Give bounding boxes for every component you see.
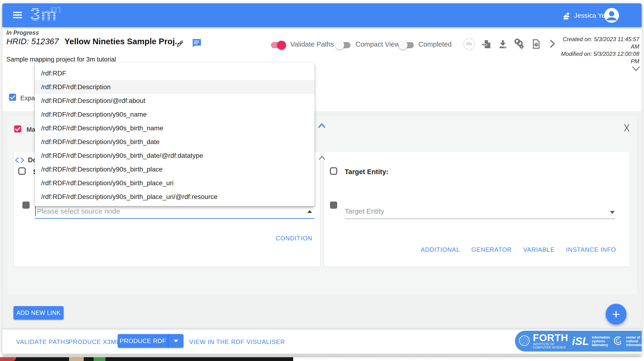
mapping-checkbox[interactable] <box>14 125 21 133</box>
background-fragment-tan <box>69 357 84 361</box>
close-mapping-icon[interactable] <box>623 124 631 133</box>
download-icon[interactable] <box>498 39 508 50</box>
menu-item[interactable]: /rdf:RDF/rdf:Description/y90s_birth_plac… <box>35 163 314 176</box>
target-row-checkbox[interactable] <box>330 202 337 209</box>
menu-item[interactable]: /rdf:RDF/rdf:Description/y90s_name <box>35 108 314 121</box>
forth-subtitle: INSTITUTE OF COMPUTER SCIENCE <box>533 342 568 349</box>
menu-item[interactable]: /rdf:RDF/rdf:Description/y90s_birth_date… <box>35 149 314 163</box>
document-settings-icon[interactable] <box>531 39 542 50</box>
app-header-bar <box>2 3 642 27</box>
source-node-menu-items: /rdf:RDF/rdf:RDF/rdf:Description/rdf:RDF… <box>35 67 314 206</box>
toggle-label: Completed <box>418 41 452 48</box>
target-entity-underline <box>345 219 615 219</box>
chevron-down-icon[interactable] <box>632 66 640 73</box>
window-bottom-fade <box>2 354 642 357</box>
toggle-track[interactable] <box>271 42 286 48</box>
menu-item[interactable]: /rdf:RDF/rdf:Description <box>35 80 314 94</box>
menu-hamburger-icon[interactable] <box>13 12 22 19</box>
background-fragment-red <box>0 357 16 361</box>
produce-rdf-split-button[interactable]: PRODUCE RDF <box>118 334 184 348</box>
cci-logo-icon <box>613 335 623 347</box>
target-entity-checkbox[interactable] <box>330 167 337 175</box>
project-description: Sample mapping project for 3m tutorial <box>6 56 116 63</box>
dropdown-collapse-arrow-icon[interactable] <box>307 210 312 213</box>
arrow-down-icon <box>174 340 178 342</box>
select-arrow-down-icon[interactable] <box>610 211 615 214</box>
produce-rdf-dropdown-arrow[interactable] <box>168 334 184 348</box>
menu-item-clipped[interactable]: /rdf:RDF/rdf:Description/y90s_death_date <box>35 204 314 206</box>
add-new-link-button[interactable]: ADD NEW LINK <box>14 306 64 320</box>
menu-item[interactable]: /rdf:RDF/rdf:Description/@rdf:about <box>35 94 314 108</box>
instance-info-button[interactable]: INSTANCE INFO <box>566 246 616 253</box>
toggle-track[interactable] <box>399 42 414 48</box>
source-row-checkbox[interactable] <box>22 202 30 209</box>
expand-all-checkbox[interactable] <box>9 94 16 101</box>
menu-item[interactable]: /rdf:RDF/rdf:Description/y90s_birth_plac… <box>35 176 314 190</box>
completion-percent: 0% <box>466 42 472 46</box>
project-status: In Progress <box>6 29 39 36</box>
user-name: Jessica Ye <box>574 12 605 20</box>
link-generator-icon[interactable] <box>514 38 525 50</box>
expand-all-label: Expa <box>20 95 35 102</box>
toggle-label: Validate Paths <box>290 41 334 48</box>
modified-on: Modified on: 5/3/2023 12:00:08 PM <box>556 50 639 65</box>
background-window-strip <box>12 357 293 361</box>
forth-seal-icon <box>519 335 530 347</box>
source-node-menu: /rdf:RDF/rdf:RDF/rdf:Description/rdf:RDF… <box>35 63 314 206</box>
target-entity-select[interactable]: Target Entity <box>345 207 384 215</box>
produce-x3ml-button[interactable]: PRODUCE X3ML <box>68 338 120 346</box>
condition-button[interactable]: CONDITION <box>276 235 312 242</box>
target-entity-label: Target Entity: <box>345 168 388 176</box>
forth-wordmark: FORTH INSTITUTE OF COMPUTER SCIENCE <box>533 333 568 349</box>
forth-name: FORTH <box>533 333 568 342</box>
app-logo-ghost-m: m <box>50 2 62 16</box>
avatar[interactable] <box>604 8 619 23</box>
validate-paths-button[interactable]: VALIDATE PATHS <box>16 338 70 346</box>
cci-caption: center of cultural informatics <box>626 335 644 347</box>
collapse-mapping-chevron-up-icon[interactable] <box>318 123 326 130</box>
mapping-label: Ma <box>26 126 36 133</box>
add-mapping-fab[interactable]: + <box>606 304 626 324</box>
comment-icon[interactable] <box>192 38 202 49</box>
project-title-row: HRID: 512367 Yellow Nineties Sample Proj… <box>6 37 182 46</box>
edit-title-icon[interactable] <box>176 39 184 49</box>
toggle-track[interactable] <box>336 42 350 48</box>
collapse-domain-chevron-up-icon[interactable] <box>318 155 326 161</box>
source-node-select[interactable]: Please select source node <box>37 207 120 215</box>
menu-item[interactable]: /rdf:RDF/rdf:Description/y90s_birth_plac… <box>35 190 314 204</box>
toggle-label: Compact View <box>356 41 400 48</box>
project-hrid: HRID: 512367 <box>6 37 59 46</box>
toggle-thumb[interactable] <box>335 41 344 50</box>
import-file-icon[interactable] <box>481 39 491 50</box>
toggle-thumb[interactable] <box>277 41 286 50</box>
source-node-underline <box>35 218 314 219</box>
view-rdf-visualiser-button[interactable]: VIEW IN THE RDF VISUALISER <box>189 338 285 346</box>
project-title: Yellow Nineties Sample Proj... <box>64 37 182 46</box>
forth-footer-logo: FORTH INSTITUTE OF COMPUTER SCIENCE iSL … <box>515 331 642 351</box>
menu-item[interactable]: /rdf:RDF/rdf:Description/y90s_birth_name <box>35 121 314 135</box>
generator-button[interactable]: GENERATOR <box>472 246 512 253</box>
feedback-icon[interactable] <box>561 11 571 22</box>
additional-button[interactable]: ADDITIONAL <box>421 246 460 253</box>
text-cursor <box>35 206 36 216</box>
toggle-thumb[interactable] <box>398 41 408 50</box>
source-node-checkbox[interactable] <box>18 167 26 175</box>
target-buttons-row: ADDITIONAL GENERATOR VARIABLE INSTANCE I… <box>421 246 616 253</box>
produce-rdf-button[interactable]: PRODUCE RDF <box>118 334 168 348</box>
created-on: Created on: 5/3/2023 11:45:57 AM <box>556 36 639 50</box>
completion-progress-ring: 0% <box>463 38 475 50</box>
project-dates: Created on: 5/3/2023 11:45:57 AM Modifie… <box>556 36 639 65</box>
code-icon <box>15 157 26 164</box>
menu-item[interactable]: /rdf:RDF <box>35 67 314 80</box>
menu-item[interactable]: /rdf:RDF/rdf:Description/y90s_birth_date <box>35 135 314 149</box>
background-fragment-green <box>94 357 106 361</box>
isl-caption: information systems laboratory <box>592 335 610 347</box>
isl-logo: iSL <box>572 335 589 347</box>
variable-button[interactable]: VARIABLE <box>523 246 555 253</box>
